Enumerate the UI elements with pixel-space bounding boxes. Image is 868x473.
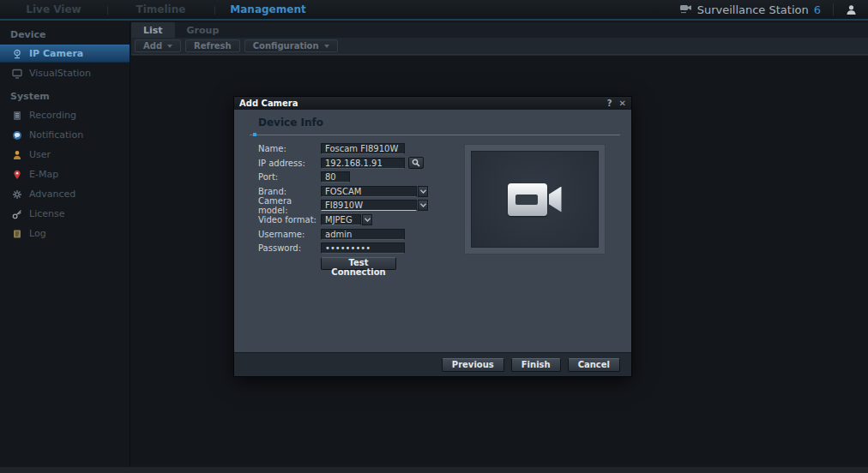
sidebar-item-label: Recording [29,110,76,121]
sidebar-item-recording[interactable]: Recording [0,106,130,124]
monitor-icon [12,69,22,79]
device-info-form: Name: IP address: Port: Brand: [258,143,428,278]
dialog-footer: Previous Finish Cancel [234,352,631,376]
video-format-chevron-down-icon[interactable] [362,214,372,225]
sidebar-section-system: System [0,84,130,106]
add-camera-dialog: Add Camera ? ✕ Device Info Name: IP addr… [233,96,632,377]
sidebar-item-label: User [29,149,51,160]
sidebar-item-log[interactable]: Log [0,225,130,242]
search-icon [412,159,420,167]
form-row-ip-address: IP address: [258,158,428,169]
gear-icon [12,189,22,200]
password-label: Password: [258,243,321,253]
section-divider [250,135,620,135]
form-row-name: Name: [258,143,428,154]
configuration-button-label: Configuration [253,41,319,51]
top-navigation: Live View Timeline Management Surveillan… [0,0,868,21]
refresh-button[interactable]: Refresh [185,39,240,52]
sidebar-item-advanced[interactable]: Advanced [0,185,130,203]
name-label: Name: [258,144,321,153]
key-icon [12,209,22,219]
log-icon [12,229,22,239]
nav-timeline[interactable]: Timeline [107,0,214,19]
test-connection-button[interactable]: Test Connection [321,257,396,270]
sidebar-item-label: Advanced [29,189,75,200]
form-row-password: Password: [258,242,428,254]
port-input[interactable] [321,171,350,183]
user-menu-icon[interactable] [834,0,868,19]
sidebar-item-label: VisualStation [29,68,91,79]
sidebar-item-label: License [29,208,64,219]
camera-model-select[interactable] [321,200,417,211]
section-title: Device Info [258,117,323,129]
password-input[interactable] [321,242,405,254]
recording-icon [12,111,22,121]
cancel-button[interactable]: Cancel [568,358,620,372]
camera-model-label: Camera model: [258,196,321,215]
sidebar-item-label: IP Camera [29,48,83,59]
ip-address-label: IP address: [258,159,321,168]
chevron-down-icon [324,45,329,48]
sidebar-item-ip-camera[interactable]: IP Camera [0,45,130,63]
sidebar: Device IP Camera VisualStation System [0,22,130,467]
username-input[interactable] [321,229,405,240]
brand-version: 6 [814,3,821,16]
nav-live-view[interactable]: Live View [0,0,107,19]
form-row-username: Username: [258,229,428,240]
map-pin-icon [12,170,22,180]
sidebar-item-e-map[interactable]: E-Map [0,165,130,183]
video-format-label: Video format: [258,215,321,225]
brand-title: Surveillance Station [697,3,809,16]
help-icon[interactable]: ? [607,97,612,110]
video-format-select[interactable] [321,214,361,225]
notification-icon [12,130,22,141]
form-row-port: Port: [258,171,428,183]
port-label: Port: [258,172,321,182]
sidebar-item-label: Notification [29,129,83,141]
previous-button[interactable]: Previous [442,358,504,372]
sidebar-item-visualstation[interactable]: VisualStation [0,64,130,82]
brand-select[interactable] [321,186,417,197]
sidebar-item-notification[interactable]: Notification [0,126,130,144]
sidebar-item-label: Log [29,228,46,239]
close-icon[interactable]: ✕ [619,97,626,110]
video-camera-icon [508,183,563,216]
sidebar-section-device: Device [0,22,130,45]
username-label: Username: [258,230,321,239]
webcam-icon [12,49,22,59]
refresh-button-label: Refresh [194,41,232,51]
dialog-titlebar[interactable]: Add Camera ? ✕ [234,97,631,110]
chevron-down-icon [167,45,172,48]
tab-group[interactable]: Group [175,22,232,38]
add-button-label: Add [143,41,162,51]
tab-list[interactable]: List [131,22,175,38]
app-brand: Surveillance Station 6 [679,3,833,16]
test-connection-row: Test Connection [321,257,428,278]
brand-chevron-down-icon[interactable] [418,186,428,197]
sidebar-item-label: E-Map [29,169,58,180]
form-row-brand: Brand: [258,186,428,197]
form-row-video-format: Video format: [258,214,428,225]
configuration-button[interactable]: Configuration [244,39,338,52]
brand-label: Brand: [258,187,321,196]
add-button[interactable]: Add [135,39,181,52]
camera-preview [471,151,599,248]
dialog-title: Add Camera [239,99,298,108]
bottom-status-bar [0,467,868,473]
search-camera-button[interactable] [408,157,424,169]
ip-address-input[interactable] [321,158,405,169]
camera-model-chevron-down-icon[interactable] [418,200,428,211]
form-row-camera-model: Camera model: [258,200,428,211]
surveillance-camera-icon [679,3,692,16]
user-icon [12,150,22,160]
sidebar-item-user[interactable]: User [0,146,130,164]
finish-button[interactable]: Finish [511,358,561,372]
dialog-body: Device Info Name: IP address: Port: [234,110,631,352]
tab-bar: List Group [131,22,868,38]
toolbar: Add Refresh Configuration [131,38,868,55]
name-input[interactable] [321,143,405,154]
sidebar-item-license[interactable]: License [0,205,130,223]
camera-preview-frame [464,144,606,254]
nav-management[interactable]: Management [214,0,322,19]
